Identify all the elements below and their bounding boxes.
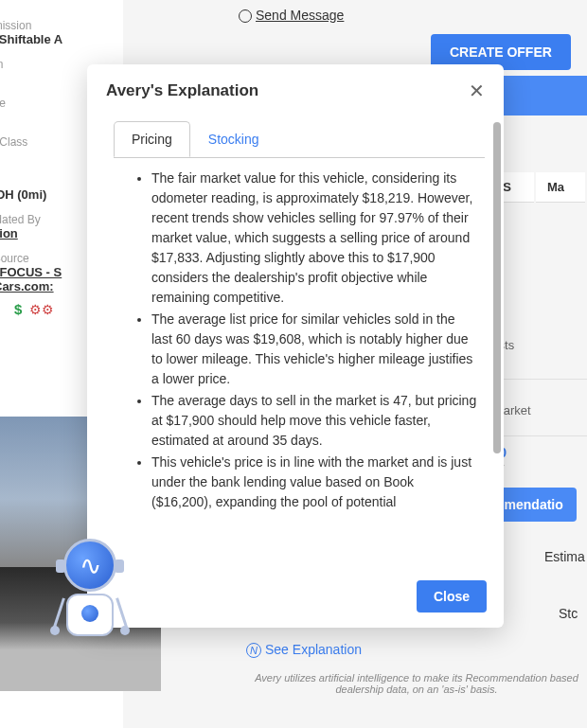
- send-message-label: Send Message: [256, 8, 344, 23]
- avery-robot-avatar[interactable]: ∿: [43, 539, 147, 671]
- value-transmission: ed Shiftable A: [0, 32, 123, 46]
- label-transmission: nsmission: [0, 19, 123, 32]
- modal-title: Avery's Explanation: [106, 81, 258, 100]
- explanation-bullet: The average list price for similar vehic…: [151, 310, 477, 389]
- explanation-modal: Avery's Explanation ✕ Pricing Stocking T…: [87, 64, 504, 628]
- tab-pricing[interactable]: Pricing: [114, 121, 190, 157]
- explanation-bullet: The average days to sell in the market i…: [151, 391, 477, 451]
- modal-close-button[interactable]: Close: [417, 580, 487, 613]
- disclaimer-text: Avery utilizes artificial intelligence t…: [246, 672, 587, 695]
- explanation-bullet: This vehicle's price is in line with the…: [151, 453, 477, 512]
- modal-tabs: Pricing Stocking: [114, 121, 496, 157]
- dollar-icon[interactable]: $: [14, 301, 22, 317]
- estimate-label: Estima: [544, 549, 585, 564]
- explanation-content: The fair market value for this vehicle, …: [106, 169, 496, 512]
- explanation-bullet: The fair market value for this vehicle, …: [151, 169, 477, 308]
- stc-label: Stc: [559, 606, 578, 621]
- tab-stocking[interactable]: Stocking: [190, 121, 277, 157]
- avery-icon: N: [246, 643, 261, 658]
- settings-gears-icon[interactable]: ⚙⚙: [29, 302, 54, 317]
- robot-body-icon: [66, 594, 114, 636]
- scrollbar-thumb[interactable]: [493, 122, 501, 453]
- see-explanation-link[interactable]: NSee Explanation: [246, 642, 362, 658]
- chat-icon: [239, 9, 252, 23]
- col-header-market: Ma: [536, 172, 585, 203]
- robot-head-icon: ∿: [63, 539, 116, 592]
- modal-close-icon[interactable]: ✕: [469, 81, 485, 100]
- send-message-link[interactable]: Send Message: [239, 8, 344, 23]
